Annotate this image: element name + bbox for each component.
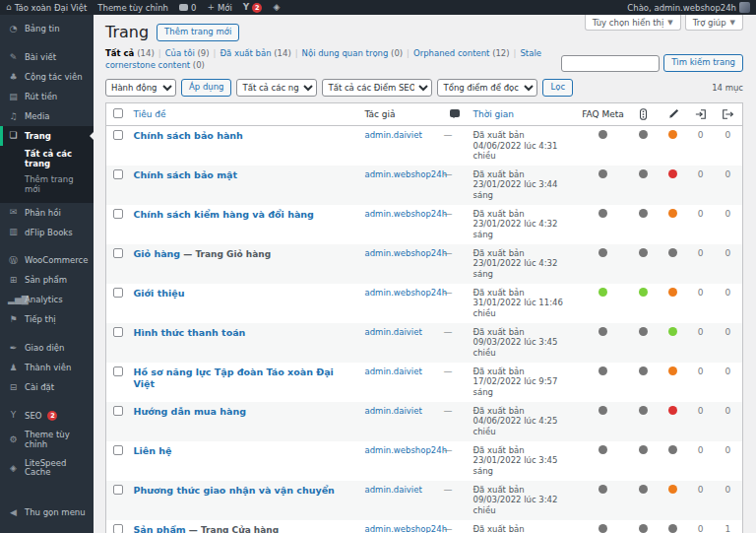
row-checkbox[interactable]	[113, 327, 123, 337]
page-title-link[interactable]: Giới thiệu	[134, 288, 185, 299]
view-count: (14)	[274, 48, 290, 58]
page-title-link[interactable]: Giỏ hàng	[134, 248, 181, 259]
view-filter[interactable]: Của tôi (9)	[165, 48, 210, 58]
sidebar-item-products[interactable]: ⊞Sản phẩm	[0, 271, 94, 291]
seo-score-dot	[639, 485, 648, 494]
sidebar-item-media[interactable]: ♫Media	[0, 107, 94, 127]
page-title-link[interactable]: Hồ sơ năng lực Tập đoàn Táo xoàn Đại Việ…	[134, 366, 334, 389]
row-checkbox[interactable]	[113, 130, 123, 140]
author-link[interactable]: admin.webshop24h	[365, 169, 448, 179]
author-link[interactable]: admin.webshop24h	[365, 248, 448, 258]
view-filter[interactable]: Nội dung quan trọng (0)	[302, 48, 404, 58]
sidebar-item-collapse-menu[interactable]: ◀Thu gọn menu	[0, 503, 94, 523]
readability-score-dot	[668, 406, 677, 415]
sidebar-item-marketing[interactable]: ⚑Tiếp thị	[0, 310, 94, 330]
view-filter[interactable]: Tất cả (14)	[105, 48, 155, 58]
comments-icon: ✉	[8, 208, 19, 218]
admin-bar-right: Chào, admin.webshop24h	[627, 2, 750, 13]
submenu-item[interactable]: Tất cả các trang	[0, 147, 94, 172]
seo-score-filter-select[interactable]: Tất cả các Điểm SEO	[322, 79, 432, 97]
sidebar-item-settings[interactable]: ⊟Cài đặt	[0, 378, 94, 398]
litespeed-menu[interactable]: ◈	[273, 3, 280, 12]
search-input[interactable]	[561, 55, 660, 72]
sidebar-item-seo[interactable]: YSEO2	[0, 406, 94, 426]
submenu-item[interactable]: Thêm trang mới	[0, 172, 94, 198]
author-link[interactable]: admin.daiviet	[365, 406, 422, 416]
user-greeting: Chào, admin.webshop24h	[627, 3, 736, 13]
author-link[interactable]: admin.daiviet	[365, 485, 422, 495]
page-title-link[interactable]: Chính sách bảo mật	[134, 169, 238, 180]
sidebar-item-woocommerce[interactable]: ⓌWooCommerce	[0, 251, 94, 271]
sidebar-item-withdraw[interactable]: ▤Rút tiền	[0, 88, 94, 107]
site-menu[interactable]: ⌂ Táo xoàn Đại Việt	[6, 3, 87, 13]
sidebar-item-collaborators[interactable]: ♣Cộng tác viên	[0, 68, 94, 88]
sidebar-item-dashboard[interactable]: ◔Bảng tin	[0, 20, 94, 39]
sidebar-item-litespeed-cache[interactable]: ◈LiteSpeed Cache	[0, 454, 94, 483]
sidebar-item-label: Giao diện	[25, 344, 64, 353]
user-account-menu[interactable]: Chào, admin.webshop24h	[627, 2, 750, 13]
sidebar-item-comments[interactable]: ✉Phản hồi	[0, 203, 94, 223]
row-checkbox[interactable]	[113, 169, 123, 179]
view-filter[interactable]: Đã xuất bản (14)	[220, 48, 290, 58]
readability-filter-select[interactable]: Tổng điểm để đọc	[437, 79, 537, 97]
seo-score-icon	[638, 108, 649, 120]
row-checkbox[interactable]	[113, 248, 123, 258]
readability-score-cell	[659, 125, 688, 165]
row-checkbox[interactable]	[113, 485, 123, 495]
add-new-page-button[interactable]: Thêm trang mới	[157, 24, 239, 41]
select-all-checkbox[interactable]	[113, 108, 123, 118]
yoast-menu[interactable]: Y 2	[243, 3, 263, 13]
bulk-action-select[interactable]: Hành động	[105, 79, 176, 97]
date-filter-select[interactable]: Tất cả các ngày	[236, 79, 317, 97]
author-link[interactable]: admin.daiviet	[365, 366, 422, 376]
comments-column-icon	[450, 109, 460, 117]
row-checkbox[interactable]	[113, 524, 123, 533]
apply-button[interactable]: Áp dụng	[181, 79, 231, 97]
filter-button[interactable]: Lọc	[542, 79, 573, 97]
row-checkbox[interactable]	[113, 445, 123, 455]
help-button[interactable]: Trợ giúp ▼	[685, 15, 743, 31]
sidebar-item-dflip-books[interactable]: ▥dFlip Books	[0, 223, 94, 242]
page-title-link[interactable]: Hướng dẫn mua hàng	[134, 406, 247, 417]
internal-links-cell: 0	[688, 441, 714, 481]
search-pages-button[interactable]: Tìm kiếm trang	[663, 54, 743, 72]
row-checkbox-cell	[106, 284, 130, 323]
sidebar-item-theme-customize[interactable]: ⚙Theme tùy chỉnh	[0, 426, 94, 454]
new-content-menu[interactable]: + Mới	[207, 3, 231, 13]
column-date[interactable]: Thời gian	[470, 102, 578, 125]
row-author-cell: admin.daiviet	[361, 363, 440, 402]
author-link[interactable]: admin.daiviet	[365, 130, 422, 140]
sidebar-item-posts[interactable]: ✎Bài viết	[0, 48, 94, 68]
column-title[interactable]: Tiêu đề	[130, 102, 361, 125]
row-checkbox[interactable]	[113, 288, 123, 298]
author-link[interactable]: admin.webshop24h	[365, 209, 448, 219]
screen-options-button[interactable]: Tùy chọn hiển thị ▼	[585, 15, 681, 31]
sidebar-item-label: Thành viên	[25, 364, 71, 372]
sidebar-item-pages[interactable]: ❏Trang	[0, 126, 94, 146]
row-comments-cell: —	[440, 166, 470, 205]
readability-score-dot	[668, 524, 677, 533]
row-checkbox[interactable]	[113, 209, 123, 219]
author-link[interactable]: admin.daiviet	[365, 327, 422, 337]
faq-meta-dot	[598, 288, 607, 297]
page-title-link[interactable]: Sản phẩm	[134, 524, 186, 533]
customize-link[interactable]: Theme tùy chỉnh	[97, 3, 168, 13]
comments-shortcut[interactable]: 0	[179, 3, 196, 13]
page-title-link[interactable]: Chính sách kiểm hàng và đổi hàng	[134, 209, 314, 220]
sidebar-item-analytics[interactable]: ▂▅▇Analytics	[0, 291, 94, 310]
view-filter[interactable]: Orphaned content (12)	[413, 48, 510, 58]
row-checkbox[interactable]	[113, 406, 123, 416]
author-link[interactable]: admin.webshop24h	[365, 524, 448, 533]
seo-score-cell	[629, 363, 659, 402]
page-title-link[interactable]: Liên hệ	[134, 445, 172, 456]
page-title-link[interactable]: Phương thức giao nhận và vận chuyển	[134, 485, 335, 496]
row-checkbox[interactable]	[113, 366, 123, 376]
sidebar-item-users[interactable]: ♟Thành viên	[0, 359, 94, 378]
sidebar-item-appearance[interactable]: ✒Giao diện	[0, 339, 94, 359]
author-link[interactable]: admin.webshop24h	[365, 445, 448, 455]
pages-table: Tiêu đề Tác giả Thời gian FAQ Meta	[105, 102, 743, 533]
page-title-link[interactable]: Chính sách bảo hành	[134, 130, 243, 141]
sidebar-item-label: SEO	[25, 412, 41, 421]
author-link[interactable]: admin.webshop24h	[365, 288, 448, 298]
page-title-link[interactable]: Hình thức thanh toán	[134, 327, 246, 338]
